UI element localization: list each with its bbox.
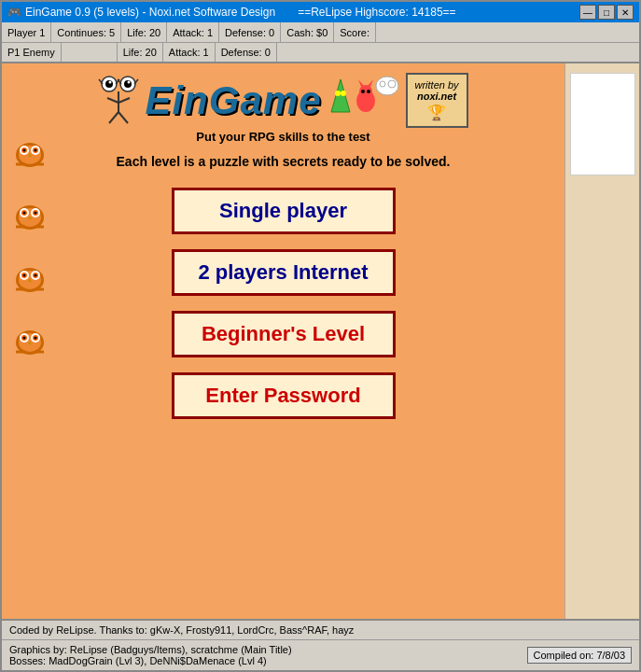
svg-point-6 [23,149,26,152]
life-label: Life: 20 [121,22,167,42]
svg-point-18 [35,212,37,215]
enemy-label: P1 Enemy [2,43,62,62]
svg-point-48 [109,81,112,84]
svg-point-70 [367,90,370,93]
highscore-label: ==ReLipse Highscore: 14185== [298,6,455,19]
logo-area: EinGame [98,73,467,144]
maximize-button[interactable]: □ [598,5,615,20]
right-logo-sprites [327,75,401,126]
main-window: 🎮 EinGame 0.9 (5 levels) - Noxi.net Soft… [0,0,641,672]
trophy-icon: 🏆 [415,104,459,121]
svg-line-58 [118,112,128,123]
window-title: EinGame 0.9 (5 levels) - Noxi.net Softwa… [25,6,275,19]
svg-point-40 [35,337,37,340]
enemy-defense-label: Defense: 0 [216,43,277,62]
svg-marker-62 [331,79,350,112]
svg-line-55 [107,98,118,103]
graphics-credits-row: Graphics by: ReLipse (Badguys/Items), sc… [2,640,639,670]
credits-row: Coded by ReLipse. Thanks to: gKw-X, Fros… [2,621,639,640]
attack-label: Attack: 1 [167,22,219,42]
svg-point-69 [361,90,365,93]
svg-point-29 [35,274,37,277]
svg-point-28 [23,274,26,277]
enemy-spacer [62,43,118,62]
continues-label: Continues: 5 [51,22,121,42]
single-player-button[interactable]: Single player [172,188,396,234]
main-content: EinGame [2,63,564,619]
svg-point-7 [35,149,37,152]
window-icon: 🎮 [7,6,21,19]
enemy-life-label: Life: 20 [118,43,163,62]
enter-password-button[interactable]: Enter Password [172,372,396,419]
svg-marker-67 [358,79,364,87]
beginners-level-button[interactable]: Beginner's Level [172,311,396,357]
svg-point-63 [335,91,341,96]
owl-sprite-1 [11,138,47,168]
tagline: Each level is a puzzle with secrets read… [117,154,451,169]
bottom-info: Coded by ReLipse. Thanks to: gKw-X, Fros… [2,619,639,670]
score-label: Score: [334,22,376,42]
player-label: Player 1 [2,22,51,42]
logo-subtitle: Put your RPG skills to the test [196,130,369,144]
status-bar-1: Player 1 Continues: 5 Life: 20 Attack: 1… [2,22,639,43]
window-controls: — □ ✕ [579,5,634,20]
svg-line-57 [109,112,118,123]
compiled-date: Compiled on: 7/8/03 [527,647,632,664]
left-logo-sprite [98,75,145,126]
bosses-credit: Bosses: MadDogGrain (Lvl 3), DeNNi$DaMen… [9,655,527,666]
graphics-credit: Graphics by: ReLipse (Badguys/Items), sc… [9,644,527,655]
right-decoration-box [570,73,635,175]
game-title: EinGame [145,78,321,123]
svg-point-17 [23,212,26,215]
title-bar: 🎮 EinGame 0.9 (5 levels) - Noxi.net Soft… [2,2,639,22]
owl-sprite-3 [11,263,47,293]
written-by-text: written by noxi.net [415,79,459,102]
svg-marker-68 [368,79,373,87]
logo-wrapper: EinGame [98,73,467,128]
written-by-box: written by noxi.net 🏆 [406,73,468,128]
status-bar-2: P1 Enemy Life: 20 Attack: 1 Defense: 0 [2,43,639,63]
cash-label: Cash: $0 [281,22,334,42]
button-container: Single player 2 players Internet Beginne… [172,188,396,419]
svg-point-64 [341,91,346,96]
svg-point-39 [23,337,26,340]
two-players-button[interactable]: 2 players Internet [172,249,396,296]
owl-sprite-2 [11,201,47,231]
svg-point-49 [128,81,131,84]
enemy-attack-label: Attack: 1 [163,43,216,62]
minimize-button[interactable]: — [579,5,596,20]
svg-point-60 [380,81,385,87]
defense-label: Defense: 0 [219,22,281,42]
right-panel [564,63,639,619]
game-area: EinGame [2,63,639,619]
svg-point-61 [388,80,396,88]
svg-line-56 [118,98,130,103]
owl-sprite-4 [11,326,47,356]
left-sprites-column [11,138,47,356]
close-button[interactable]: ✕ [617,5,634,20]
